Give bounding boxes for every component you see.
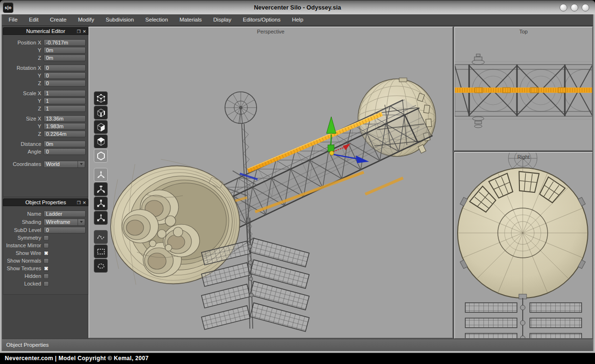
shading-value: Wireframe: [44, 219, 78, 225]
menu-display[interactable]: Display: [208, 14, 237, 25]
universal-manipulator-icon: [96, 213, 106, 223]
position-x-field[interactable]: [44, 39, 86, 46]
numerical-editor-header[interactable]: Numerical Editor ❐ ✕: [3, 27, 89, 35]
instance-mirror-checkbox[interactable]: [44, 243, 49, 248]
show-textures-label: Show Textures: [3, 265, 44, 271]
menu-create[interactable]: Create: [44, 14, 72, 25]
rotation-y-label: Y: [3, 73, 44, 78]
size-x-field[interactable]: [44, 115, 86, 122]
menu-help[interactable]: Help: [286, 14, 309, 25]
menu-materials[interactable]: Materials: [174, 14, 208, 25]
freeform-select-button[interactable]: [94, 230, 108, 244]
subd-level-field[interactable]: [44, 227, 86, 233]
panel-maximize-icon[interactable]: ❐: [77, 30, 80, 34]
menu-editors-options[interactable]: Editors/Options: [237, 14, 286, 25]
scale-z-label: Z: [3, 106, 44, 111]
top-3d-canvas[interactable]: [455, 27, 592, 150]
position-y-label: Y: [3, 47, 44, 53]
panel-close-icon[interactable]: ✕: [82, 30, 86, 34]
title-bar: s|o Nevercenter Silo - Odyssey.sia: [0, 0, 595, 14]
shading-dropdown-button[interactable]: [78, 219, 85, 225]
scale-y-field[interactable]: [44, 98, 86, 104]
maximize-button[interactable]: [571, 4, 578, 11]
credit-bar: Nevercenter.com | Model Copyright © Kema…: [0, 353, 595, 364]
vertex-mode-button[interactable]: [94, 91, 108, 105]
chevron-down-icon: [80, 221, 83, 223]
position-z-field[interactable]: [44, 55, 86, 61]
rotation-x-field[interactable]: [44, 65, 86, 71]
symmetry-checkbox[interactable]: [44, 235, 49, 241]
locked-label: Locked: [3, 281, 44, 287]
perspective-viewport[interactable]: Perspective: [89, 27, 453, 338]
locked-checkbox[interactable]: [44, 281, 49, 287]
panel-close-icon[interactable]: ✕: [82, 201, 86, 205]
scale-z-field[interactable]: [44, 105, 86, 112]
menu-selection[interactable]: Selection: [140, 14, 174, 25]
right-3d-canvas[interactable]: [455, 153, 592, 338]
top-viewport-label: Top: [455, 29, 592, 34]
object-properties-title: Object Properties: [25, 199, 66, 205]
scale-tool-icon: [96, 199, 106, 209]
rotation-x-label: Rotation X: [3, 65, 44, 71]
rectangle-select-button[interactable]: [94, 244, 108, 258]
hidden-checkbox[interactable]: [44, 274, 49, 279]
right-view-sphere[interactable]: [458, 168, 588, 298]
object-name-field[interactable]: [44, 210, 86, 217]
size-y-field[interactable]: [44, 123, 86, 130]
rotation-y-field[interactable]: [44, 72, 86, 79]
scale-y-label: Y: [3, 98, 44, 104]
distance-field[interactable]: [44, 141, 86, 147]
perspective-3d-canvas[interactable]: [89, 27, 452, 338]
scale-tool-button[interactable]: [94, 197, 108, 210]
window-frame-right: [593, 14, 595, 351]
multiselect-mode-button[interactable]: [94, 134, 108, 148]
edge-mode-icon: [96, 108, 106, 118]
right-viewport[interactable]: Right: [454, 152, 593, 339]
menu-modify[interactable]: Modify: [72, 14, 100, 25]
menu-subdivision[interactable]: Subdivision: [100, 14, 140, 25]
size-z-field[interactable]: [44, 131, 86, 137]
size-y-label: Y: [3, 123, 44, 129]
object-properties-header[interactable]: Object Properties ❐ ✕: [3, 199, 89, 206]
show-wire-label: Show Wire: [3, 250, 44, 256]
angle-label: Angle: [3, 149, 44, 154]
show-wire-checkbox[interactable]: ✖: [44, 251, 49, 256]
rotation-z-label: Z: [3, 80, 44, 86]
close-button[interactable]: [582, 4, 589, 11]
object-properties-panel: Object Properties ❐ ✕ Name Shading Wiref…: [3, 199, 89, 295]
rotate-tool-button[interactable]: [94, 182, 108, 196]
scale-x-field[interactable]: [44, 90, 86, 97]
show-textures-checkbox[interactable]: ✖: [44, 266, 49, 271]
top-view-ladder[interactable]: [455, 88, 592, 93]
select-style-group: [94, 230, 108, 273]
shading-label: Shading: [3, 219, 44, 225]
symmetry-label: Symmetry: [3, 235, 44, 241]
show-normals-checkbox[interactable]: [44, 258, 49, 264]
angle-field[interactable]: [44, 148, 86, 155]
menu-file[interactable]: File: [3, 14, 23, 25]
coordinates-dropdown[interactable]: World: [44, 161, 85, 168]
object-mode-icon: [96, 151, 106, 161]
panel-maximize-icon[interactable]: ❐: [77, 201, 80, 205]
coordinates-value: World: [44, 161, 78, 167]
rotation-z-field[interactable]: [44, 80, 86, 87]
show-normals-label: Show Normals: [3, 258, 44, 264]
right-view-solar-array[interactable]: [465, 294, 582, 338]
size-z-label: Z: [3, 131, 44, 137]
window-title: Nevercenter Silo - Odyssey.sia: [0, 0, 595, 15]
coordinates-dropdown-button[interactable]: [78, 161, 85, 167]
shading-dropdown[interactable]: Wireframe: [44, 219, 85, 226]
move-tool-button[interactable]: [94, 168, 108, 182]
lasso-select-button[interactable]: [94, 259, 108, 273]
universal-manipulator-button[interactable]: [94, 211, 108, 225]
top-viewport[interactable]: Top: [454, 27, 593, 151]
face-mode-button[interactable]: [94, 120, 108, 134]
minimize-button[interactable]: [560, 4, 567, 11]
edge-mode-button[interactable]: [94, 106, 108, 120]
menu-edit[interactable]: Edit: [23, 14, 45, 25]
sidebar: Numerical Editor ❐ ✕ Position X Y Z Rota…: [2, 26, 90, 339]
numerical-editor-title: Numerical Editor: [26, 28, 65, 34]
object-mode-button[interactable]: [94, 149, 108, 163]
position-y-field[interactable]: [44, 47, 86, 54]
position-z-label: Z: [3, 55, 44, 61]
